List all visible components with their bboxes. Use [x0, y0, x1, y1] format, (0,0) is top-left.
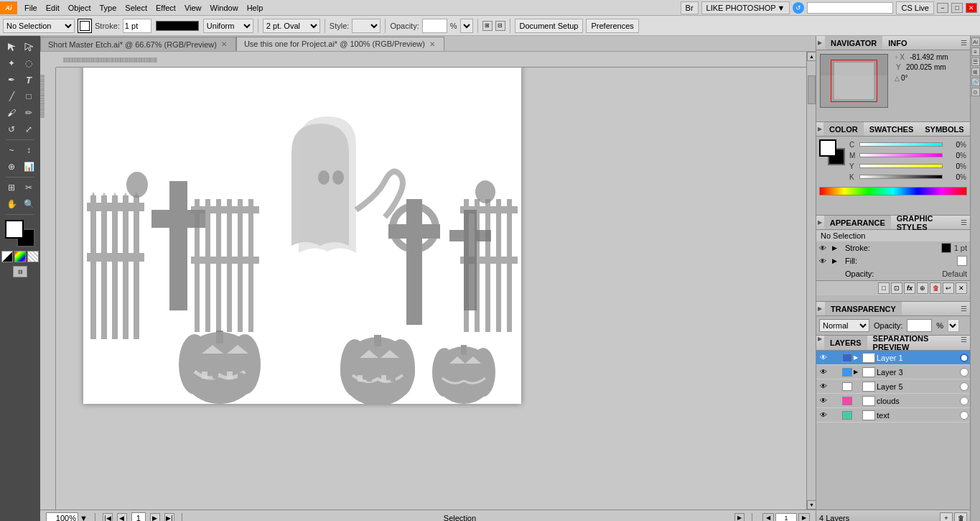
menu-window[interactable]: Window: [206, 2, 243, 14]
graphic-styles-tab[interactable]: GRAPHIC STYLES: [891, 216, 961, 229]
last-page-btn[interactable]: ▶|: [164, 513, 174, 522]
opacity-mode-select[interactable]: [460, 19, 473, 33]
lasso-tool[interactable]: ◌: [20, 55, 37, 71]
y-slider[interactable]: [859, 164, 943, 168]
m-slider[interactable]: [859, 153, 943, 157]
stroke-color-swatch[interactable]: [78, 19, 92, 33]
minimize-button[interactable]: −: [937, 3, 948, 13]
menu-object[interactable]: Object: [64, 2, 95, 14]
transparency-tab[interactable]: TRANSPARENCY: [825, 302, 902, 315]
line-tool[interactable]: ╱: [3, 88, 20, 104]
stroke-value-input[interactable]: [123, 19, 151, 33]
fill-color-box[interactable]: [957, 256, 967, 266]
magic-wand-tool[interactable]: ✦: [3, 55, 20, 71]
blend-mode-select[interactable]: Normal: [819, 319, 869, 332]
outer-icon-6[interactable]: ⊙: [971, 88, 980, 96]
tab-close-1[interactable]: ✕: [428, 40, 437, 48]
screen-mode-btn[interactable]: ⊟: [13, 266, 27, 277]
scale-tool[interactable]: ⤢: [20, 121, 37, 137]
k-slider[interactable]: [859, 175, 943, 179]
bridge-button[interactable]: Br: [681, 1, 699, 14]
opacity-step-select[interactable]: [948, 319, 959, 332]
stroke-type-select[interactable]: Uniform: [203, 19, 253, 33]
outer-icon-2[interactable]: ≡: [971, 47, 980, 56]
stroke-eye[interactable]: 👁: [819, 244, 829, 252]
menu-file[interactable]: File: [20, 2, 42, 14]
next-page-btn[interactable]: ▶: [150, 513, 160, 522]
column-graph-tool[interactable]: 📊: [20, 159, 37, 175]
outer-icon-5[interactable]: 🔗: [971, 78, 980, 86]
layer-row-1[interactable]: 👁 ▶ Layer 1: [816, 351, 970, 365]
clouds-eye[interactable]: 👁: [818, 397, 829, 405]
distribute-icon[interactable]: ⊟: [495, 21, 505, 31]
menu-view[interactable]: View: [180, 2, 206, 14]
rotate-tool[interactable]: ↺: [3, 121, 20, 137]
preferences-button[interactable]: Preferences: [586, 19, 638, 33]
appearance-panel-options[interactable]: ☰: [961, 218, 970, 226]
vertical-scroll-thumb[interactable]: [808, 75, 816, 104]
document-setup-button[interactable]: Document Setup: [515, 19, 584, 33]
brush-tool[interactable]: 🖌: [3, 105, 20, 121]
add-new-btn[interactable]: ↩: [943, 282, 954, 294]
stroke-expand[interactable]: ▶: [832, 244, 842, 252]
artboard-next[interactable]: ▶: [798, 513, 810, 522]
layer-3-expand[interactable]: ▶: [854, 369, 861, 375]
warp-tool[interactable]: ~: [3, 142, 20, 158]
clear-btn[interactable]: ✕: [956, 282, 967, 294]
stroke-appear-label[interactable]: Stroke:: [845, 244, 938, 252]
restore-button[interactable]: □: [951, 3, 963, 13]
selection-dropdown[interactable]: No Selection: [3, 19, 75, 33]
copy-item-btn[interactable]: ⊕: [917, 282, 928, 294]
workspace-selector[interactable]: LIKE PHOTOSHOP ▼: [701, 1, 790, 14]
close-button[interactable]: ✕: [966, 3, 977, 13]
zoom-tool[interactable]: 🔍: [20, 196, 37, 212]
menu-help[interactable]: Help: [243, 2, 268, 14]
clouds-target[interactable]: [960, 397, 969, 405]
scroll-up-btn[interactable]: ▲: [807, 52, 816, 61]
appearance-tab[interactable]: APPEARANCE: [824, 216, 891, 229]
reduce-appearances-btn[interactable]: ⊡: [891, 282, 902, 294]
outer-icon-3[interactable]: ☰: [971, 57, 980, 66]
menu-select[interactable]: Select: [121, 2, 151, 14]
layer-1-expand[interactable]: ▶: [854, 354, 861, 361]
layer-row-5[interactable]: 👁 Layer 5: [816, 379, 970, 394]
layer-3-target[interactable]: [960, 368, 969, 377]
artboard-tool[interactable]: ⊞: [3, 180, 20, 195]
layers-tab[interactable]: LAYERS: [824, 336, 867, 350]
fx-btn[interactable]: fx: [904, 282, 915, 294]
zoom-input[interactable]: 100%: [46, 512, 78, 522]
symbols-tab[interactable]: SYMBOLS: [919, 122, 969, 136]
foreground-color[interactable]: [5, 220, 24, 239]
text-eye[interactable]: 👁: [818, 411, 829, 419]
prev-page-btn[interactable]: ◀: [117, 513, 127, 522]
pencil-tool[interactable]: ✏: [20, 105, 37, 121]
c-slider[interactable]: [859, 142, 943, 147]
first-page-btn[interactable]: |◀: [103, 513, 113, 522]
layer-row-clouds[interactable]: 👁 clouds: [816, 394, 970, 408]
scroll-down-btn[interactable]: ▼: [807, 500, 816, 510]
new-art-basic-btn[interactable]: □: [878, 282, 890, 294]
panel-collapse-icon[interactable]: ▶: [816, 40, 825, 46]
canvas-area[interactable]: ||||||||||||||||||||||||||||||||| ||||||…: [40, 52, 816, 510]
fill-expand[interactable]: ▶: [832, 257, 842, 264]
separations-tab[interactable]: SEPARATIONS PREVIEW: [867, 336, 961, 350]
swatches-tab[interactable]: SWATCHES: [864, 122, 920, 136]
tab-0[interactable]: Short Master Etch.ai* @ 66.67% (RGB/Prev…: [40, 37, 236, 51]
fill-eye[interactable]: 👁: [819, 257, 829, 265]
align-icon[interactable]: ⊞: [482, 21, 493, 31]
new-layer-btn[interactable]: +: [940, 512, 953, 522]
appearance-collapse[interactable]: ▶: [816, 219, 824, 226]
search-input[interactable]: [807, 2, 893, 14]
selection-tool[interactable]: [3, 39, 20, 55]
text-target[interactable]: [960, 411, 969, 420]
delete-layer-btn[interactable]: 🗑: [954, 512, 967, 522]
pen-tool[interactable]: ✒: [3, 72, 20, 88]
vertical-scrollbar[interactable]: ▲ ▼: [806, 52, 816, 510]
width-tool[interactable]: ↕: [20, 142, 37, 158]
layer-5-target[interactable]: [960, 382, 969, 391]
layer-3-eye[interactable]: 👁: [818, 368, 829, 376]
pattern-icon[interactable]: [27, 251, 39, 262]
color-spectrum[interactable]: [819, 187, 967, 195]
transparency-collapse[interactable]: ▶: [816, 305, 825, 312]
transparency-opacity-input[interactable]: 100: [907, 319, 932, 332]
